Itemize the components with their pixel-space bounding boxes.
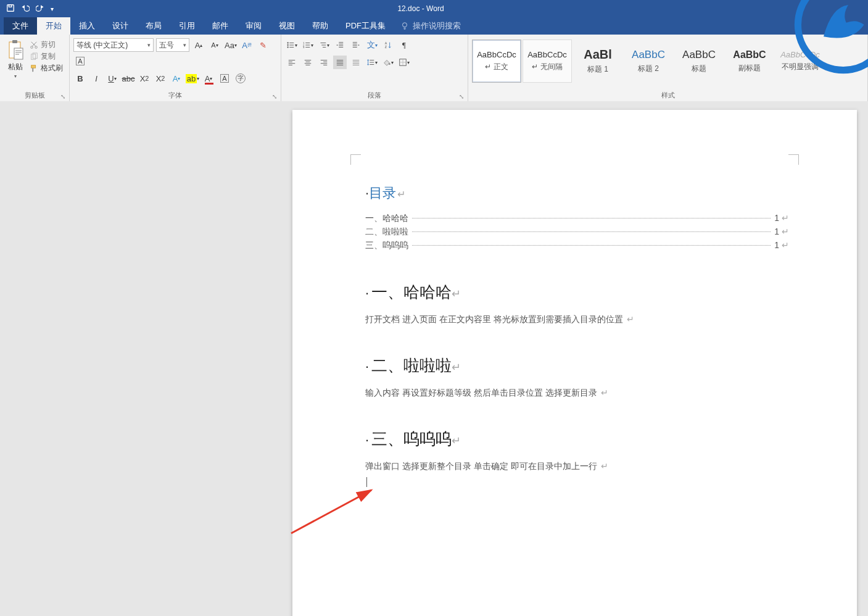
bullets-button[interactable]: ▾ — [285, 38, 299, 52]
font-color-button[interactable]: A▾ — [202, 72, 215, 85]
toc-entry[interactable]: 三、呜呜呜1↵ — [365, 238, 789, 252]
borders-button[interactable]: ▾ — [397, 56, 411, 69]
format-painter-icon — [30, 64, 38, 73]
show-marks-button[interactable]: ¶ — [397, 38, 411, 52]
multilevel-list-button[interactable]: ▾ — [317, 38, 331, 52]
svg-text:A: A — [385, 41, 387, 45]
copy-button[interactable]: 复制 — [30, 51, 63, 62]
svg-point-7 — [35, 46, 38, 48]
superscript-button[interactable]: X2 — [154, 72, 167, 85]
tab-references[interactable]: 引用 — [170, 17, 204, 35]
body-text: 弹出窗口 选择更新整个目录 单击确定 即可在目录中加上一行↵ — [365, 461, 789, 472]
style-heading2[interactable]: AaBbC 标题 2 — [624, 40, 673, 83]
format-painter-button[interactable]: 格式刷 — [30, 63, 63, 73]
clipboard-launcher-icon[interactable]: ⤡ — [60, 93, 67, 99]
increase-indent-button[interactable] — [349, 38, 363, 52]
group-font-label: 字体 — [70, 91, 281, 100]
font-size-combo[interactable]: 五号▾ — [156, 38, 189, 52]
qat-more-icon[interactable]: ▾ — [51, 6, 54, 12]
numbering-button[interactable]: 123▾ — [301, 38, 315, 52]
change-case-button[interactable]: Aa▾ — [224, 38, 238, 52]
decrease-indent-button[interactable] — [333, 38, 347, 52]
shading-button[interactable]: ▾ — [381, 56, 395, 69]
copy-icon — [30, 52, 38, 61]
svg-rect-0 — [7, 4, 14, 11]
underline-button[interactable]: U▾ — [105, 72, 119, 85]
strikethrough-button[interactable]: abc — [122, 72, 135, 85]
style-title[interactable]: AaBbC 标题 — [674, 40, 724, 83]
ribbon-tabs: 文件 开始 插入 设计 布局 引用 邮件 审阅 视图 帮助 PDF工具集 操作说… — [0, 17, 868, 35]
sort-button[interactable]: AZ — [381, 38, 395, 52]
tab-mailings[interactable]: 邮件 — [204, 17, 237, 35]
heading-1: ·一、哈哈哈↵ — [365, 281, 789, 303]
document-content[interactable]: ·目录↵ 一、哈哈哈1↵ 二、啦啦啦1↵ 三、呜呜呜1↵ ·一、哈哈哈↵ 打开文… — [365, 184, 789, 487]
heading-3: ·三、呜呜呜↵ — [365, 428, 789, 450]
grow-font-button[interactable]: A▴ — [192, 38, 205, 52]
style-normal[interactable]: AaBbCcDc ↵ 正文 — [472, 40, 521, 83]
style-no-spacing[interactable]: AaBbCcDc ↵ 无间隔 — [523, 40, 572, 83]
save-icon[interactable] — [6, 4, 15, 14]
document-page[interactable]: ·目录↵ 一、哈哈哈1↵ 二、啦啦啦1↵ 三、呜呜呜1↵ ·一、哈哈哈↵ 打开文… — [292, 110, 857, 616]
style-subtitle[interactable]: AaBbC 副标题 — [725, 40, 774, 83]
align-right-button[interactable] — [317, 56, 331, 69]
lightbulb-icon — [400, 22, 409, 30]
tell-me-label: 操作说明搜索 — [413, 20, 461, 31]
svg-point-19 — [389, 63, 391, 65]
paste-label: 粘贴 — [8, 62, 23, 72]
font-name-combo[interactable]: 等线 (中文正文)▾ — [73, 38, 154, 52]
tab-insert[interactable]: 插入 — [70, 17, 104, 35]
toc-heading: ·目录↵ — [365, 184, 789, 202]
style-heading1[interactable]: AaBl 标题 1 — [573, 40, 622, 83]
align-center-button[interactable] — [301, 56, 315, 69]
toc-entry[interactable]: 二、啦啦啦1↵ — [365, 225, 789, 238]
svg-point-11 — [287, 42, 288, 43]
heading-2: ·二、啦啦啦↵ — [365, 355, 789, 377]
group-font: 等线 (中文正文)▾ 五号▾ A▴ A▾ Aa▾ A拼 ✎ A B I U▾ a… — [70, 35, 281, 101]
subscript-button[interactable]: X2 — [138, 72, 151, 85]
char-shading-button[interactable]: A — [218, 72, 231, 85]
ribbon: 粘贴 ▾ 剪切 复制 格式刷 剪贴板 ⤡ — [0, 35, 868, 102]
group-paragraph: ▾ 123▾ ▾ 文▾ AZ ¶ ▾ ▾ ▾ 段落 ⤡ — [281, 35, 468, 101]
bold-button[interactable]: B — [73, 72, 87, 85]
window-title: 12.doc - Word — [60, 4, 782, 13]
tab-home[interactable]: 开始 — [37, 17, 70, 35]
tab-layout[interactable]: 布局 — [137, 17, 170, 35]
align-justify-button[interactable] — [333, 56, 347, 69]
paragraph-launcher-icon[interactable]: ⤡ — [459, 93, 465, 99]
asian-layout-button[interactable]: 文▾ — [365, 38, 379, 52]
enclose-char-button[interactable]: A — [73, 54, 87, 68]
tab-pdf[interactable]: PDF工具集 — [337, 17, 394, 35]
group-styles-label: 样式 — [468, 91, 867, 100]
font-launcher-icon[interactable]: ⤡ — [272, 93, 278, 99]
tab-view[interactable]: 视图 — [270, 17, 304, 35]
line-spacing-button[interactable]: ▾ — [365, 56, 379, 69]
tab-review[interactable]: 审阅 — [237, 17, 270, 35]
undo-icon[interactable] — [21, 4, 30, 14]
tab-design[interactable]: 设计 — [104, 17, 137, 35]
text-effects-button[interactable]: A▾ — [170, 72, 183, 85]
svg-point-13 — [287, 46, 288, 48]
tab-file[interactable]: 文件 — [4, 17, 37, 35]
svg-point-12 — [287, 44, 288, 46]
align-distributed-button[interactable] — [349, 56, 363, 69]
svg-point-6 — [31, 46, 33, 48]
phonetic-guide-button[interactable]: A拼 — [240, 38, 254, 52]
highlight-color-button[interactable]: ab▾ — [186, 72, 199, 85]
document-area[interactable]: ·目录↵ 一、哈哈哈1↵ 二、啦啦啦1↵ 三、呜呜呜1↵ ·一、哈哈哈↵ 打开文… — [0, 101, 868, 616]
cut-button[interactable]: 剪切 — [30, 40, 63, 50]
paste-button[interactable]: 粘贴 ▾ — [4, 40, 27, 79]
svg-rect-10 — [31, 65, 36, 67]
group-clipboard: 粘贴 ▾ 剪切 复制 格式刷 剪贴板 ⤡ — [0, 35, 70, 101]
tell-me-search[interactable]: 操作说明搜索 — [394, 17, 467, 35]
shrink-font-button[interactable]: A▾ — [208, 38, 221, 52]
margin-corner-tl — [350, 154, 361, 165]
toc-entry[interactable]: 一、哈哈哈1↵ — [365, 211, 789, 225]
redo-icon[interactable] — [36, 4, 44, 14]
enclose-circle-button[interactable]: 字 — [234, 72, 247, 85]
svg-rect-4 — [12, 40, 17, 43]
svg-rect-1 — [9, 4, 11, 7]
clear-formatting-button[interactable]: ✎ — [256, 38, 270, 52]
italic-button[interactable]: I — [89, 72, 103, 85]
align-left-button[interactable] — [285, 56, 299, 69]
tab-help[interactable]: 帮助 — [304, 17, 337, 35]
